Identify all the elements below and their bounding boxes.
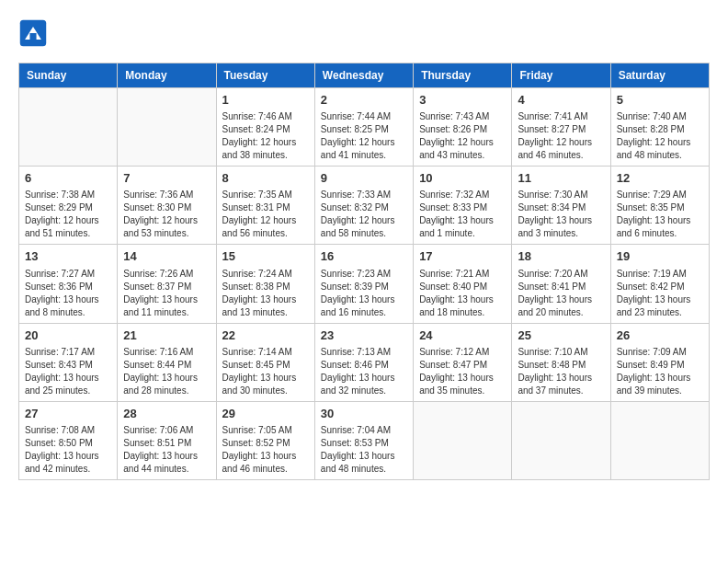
day-info: Sunrise: 7:44 AM Sunset: 8:25 PM Dayligh… — [321, 110, 407, 162]
day-number: 17 — [419, 248, 506, 265]
day-number: 23 — [321, 327, 407, 344]
calendar-cell: 15Sunrise: 7:24 AM Sunset: 8:38 PM Dayli… — [216, 245, 314, 323]
calendar-cell: 30Sunrise: 7:04 AM Sunset: 8:53 PM Dayli… — [314, 401, 413, 479]
dow-header: Friday — [512, 63, 610, 88]
day-info: Sunrise: 7:16 AM Sunset: 8:44 PM Dayligh… — [123, 346, 210, 397]
calendar-cell: 5Sunrise: 7:40 AM Sunset: 8:28 PM Daylig… — [610, 88, 709, 167]
dow-header: Tuesday — [216, 63, 314, 88]
day-info: Sunrise: 7:19 AM Sunset: 8:42 PM Dayligh… — [617, 268, 703, 319]
calendar-cell: 8Sunrise: 7:35 AM Sunset: 8:31 PM Daylig… — [216, 167, 314, 245]
calendar-cell: 22Sunrise: 7:14 AM Sunset: 8:45 PM Dayli… — [216, 323, 314, 401]
calendar-cell: 28Sunrise: 7:06 AM Sunset: 8:51 PM Dayli… — [118, 401, 216, 479]
day-number: 1 — [222, 92, 309, 109]
day-info: Sunrise: 7:09 AM Sunset: 8:49 PM Dayligh… — [617, 346, 703, 397]
calendar-cell — [512, 401, 610, 479]
dow-header: Thursday — [414, 63, 512, 88]
day-info: Sunrise: 7:14 AM Sunset: 8:45 PM Dayligh… — [222, 346, 309, 397]
calendar-cell: 6Sunrise: 7:38 AM Sunset: 8:29 PM Daylig… — [19, 167, 118, 245]
day-number: 13 — [25, 248, 111, 265]
day-number: 7 — [123, 170, 210, 187]
calendar-week-row: 13Sunrise: 7:27 AM Sunset: 8:36 PM Dayli… — [19, 245, 710, 323]
day-number: 21 — [123, 327, 210, 344]
day-number: 6 — [25, 170, 111, 187]
day-info: Sunrise: 7:13 AM Sunset: 8:46 PM Dayligh… — [321, 346, 407, 397]
day-info: Sunrise: 7:24 AM Sunset: 8:38 PM Dayligh… — [222, 268, 309, 319]
logo — [18, 18, 51, 48]
calendar-cell: 9Sunrise: 7:33 AM Sunset: 8:32 PM Daylig… — [314, 167, 413, 245]
day-number: 25 — [518, 327, 604, 344]
calendar-cell — [414, 401, 512, 479]
day-number: 5 — [617, 92, 703, 109]
calendar-cell — [118, 88, 216, 167]
calendar-cell: 29Sunrise: 7:05 AM Sunset: 8:52 PM Dayli… — [216, 401, 314, 479]
calendar-body: 1Sunrise: 7:46 AM Sunset: 8:24 PM Daylig… — [19, 88, 710, 480]
calendar-week-row: 6Sunrise: 7:38 AM Sunset: 8:29 PM Daylig… — [19, 167, 710, 245]
calendar-cell: 13Sunrise: 7:27 AM Sunset: 8:36 PM Dayli… — [19, 245, 118, 323]
dow-header: Wednesday — [314, 63, 413, 88]
day-info: Sunrise: 7:33 AM Sunset: 8:32 PM Dayligh… — [321, 189, 407, 240]
calendar-cell: 21Sunrise: 7:16 AM Sunset: 8:44 PM Dayli… — [118, 323, 216, 401]
day-number: 9 — [321, 170, 407, 187]
calendar-cell: 16Sunrise: 7:23 AM Sunset: 8:39 PM Dayli… — [314, 245, 413, 323]
day-number: 24 — [419, 327, 506, 344]
day-number: 14 — [123, 248, 210, 265]
day-info: Sunrise: 7:10 AM Sunset: 8:48 PM Dayligh… — [518, 346, 604, 397]
day-info: Sunrise: 7:26 AM Sunset: 8:37 PM Dayligh… — [123, 268, 210, 319]
day-info: Sunrise: 7:41 AM Sunset: 8:27 PM Dayligh… — [518, 110, 604, 162]
day-number: 28 — [123, 406, 210, 422]
day-number: 2 — [321, 92, 407, 109]
day-number: 29 — [222, 406, 309, 422]
day-number: 30 — [321, 406, 407, 422]
calendar-cell: 26Sunrise: 7:09 AM Sunset: 8:49 PM Dayli… — [610, 323, 709, 401]
day-number: 20 — [25, 327, 111, 344]
svg-rect-2 — [29, 33, 36, 40]
page-header — [18, 18, 710, 48]
day-info: Sunrise: 7:43 AM Sunset: 8:26 PM Dayligh… — [419, 110, 506, 162]
calendar-cell: 27Sunrise: 7:08 AM Sunset: 8:50 PM Dayli… — [19, 401, 118, 479]
day-number: 4 — [518, 92, 604, 109]
day-info: Sunrise: 7:30 AM Sunset: 8:34 PM Dayligh… — [518, 189, 604, 240]
day-info: Sunrise: 7:38 AM Sunset: 8:29 PM Dayligh… — [25, 189, 111, 240]
day-number: 12 — [617, 170, 703, 187]
calendar-cell: 20Sunrise: 7:17 AM Sunset: 8:43 PM Dayli… — [19, 323, 118, 401]
calendar-cell: 11Sunrise: 7:30 AM Sunset: 8:34 PM Dayli… — [512, 167, 610, 245]
day-info: Sunrise: 7:08 AM Sunset: 8:50 PM Dayligh… — [25, 424, 111, 476]
calendar-cell — [19, 88, 118, 167]
calendar-cell: 25Sunrise: 7:10 AM Sunset: 8:48 PM Dayli… — [512, 323, 610, 401]
day-number: 26 — [617, 327, 703, 344]
day-info: Sunrise: 7:17 AM Sunset: 8:43 PM Dayligh… — [25, 346, 111, 397]
calendar-week-row: 1Sunrise: 7:46 AM Sunset: 8:24 PM Daylig… — [19, 88, 710, 167]
calendar-cell: 3Sunrise: 7:43 AM Sunset: 8:26 PM Daylig… — [414, 88, 512, 167]
day-number: 10 — [419, 170, 506, 187]
day-info: Sunrise: 7:29 AM Sunset: 8:35 PM Dayligh… — [617, 189, 703, 240]
day-info: Sunrise: 7:06 AM Sunset: 8:51 PM Dayligh… — [123, 424, 210, 476]
day-number: 22 — [222, 327, 309, 344]
day-info: Sunrise: 7:21 AM Sunset: 8:40 PM Dayligh… — [419, 268, 506, 319]
day-info: Sunrise: 7:20 AM Sunset: 8:41 PM Dayligh… — [518, 268, 604, 319]
day-number: 15 — [222, 248, 309, 265]
day-info: Sunrise: 7:23 AM Sunset: 8:39 PM Dayligh… — [321, 268, 407, 319]
day-info: Sunrise: 7:36 AM Sunset: 8:30 PM Dayligh… — [123, 189, 210, 240]
calendar-cell: 7Sunrise: 7:36 AM Sunset: 8:30 PM Daylig… — [118, 167, 216, 245]
day-info: Sunrise: 7:32 AM Sunset: 8:33 PM Dayligh… — [419, 189, 506, 240]
calendar-cell — [610, 401, 709, 479]
calendar-cell: 18Sunrise: 7:20 AM Sunset: 8:41 PM Dayli… — [512, 245, 610, 323]
calendar-cell: 19Sunrise: 7:19 AM Sunset: 8:42 PM Dayli… — [610, 245, 709, 323]
calendar-table: SundayMondayTuesdayWednesdayThursdayFrid… — [18, 63, 710, 480]
day-info: Sunrise: 7:35 AM Sunset: 8:31 PM Dayligh… — [222, 189, 309, 240]
day-info: Sunrise: 7:12 AM Sunset: 8:47 PM Dayligh… — [419, 346, 506, 397]
day-of-week-row: SundayMondayTuesdayWednesdayThursdayFrid… — [19, 63, 710, 88]
calendar-cell: 1Sunrise: 7:46 AM Sunset: 8:24 PM Daylig… — [216, 88, 314, 167]
calendar-cell: 17Sunrise: 7:21 AM Sunset: 8:40 PM Dayli… — [414, 245, 512, 323]
dow-header: Monday — [118, 63, 216, 88]
calendar-cell: 12Sunrise: 7:29 AM Sunset: 8:35 PM Dayli… — [610, 167, 709, 245]
day-number: 3 — [419, 92, 506, 109]
day-info: Sunrise: 7:27 AM Sunset: 8:36 PM Dayligh… — [25, 268, 111, 319]
day-number: 16 — [321, 248, 407, 265]
day-info: Sunrise: 7:04 AM Sunset: 8:53 PM Dayligh… — [321, 424, 407, 476]
calendar-week-row: 27Sunrise: 7:08 AM Sunset: 8:50 PM Dayli… — [19, 401, 710, 479]
day-info: Sunrise: 7:46 AM Sunset: 8:24 PM Dayligh… — [222, 110, 309, 162]
calendar-cell: 4Sunrise: 7:41 AM Sunset: 8:27 PM Daylig… — [512, 88, 610, 167]
calendar-cell: 10Sunrise: 7:32 AM Sunset: 8:33 PM Dayli… — [414, 167, 512, 245]
day-number: 19 — [617, 248, 703, 265]
